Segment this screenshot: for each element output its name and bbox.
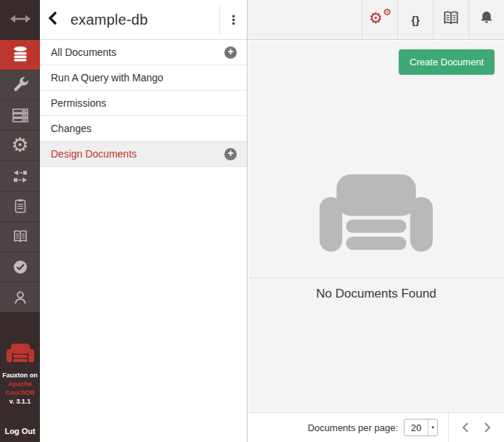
- sidebar-item-config[interactable]: [0, 101, 40, 131]
- add-design-document-button[interactable]: +: [224, 148, 237, 160]
- next-page-button[interactable]: [478, 418, 497, 437]
- sidebar-footer: Fauxton on Apache CouchDB v. 3.1.1 Log O…: [0, 313, 40, 442]
- dropdown-arrow-icon: ▾: [428, 420, 437, 435]
- nav-item-all-documents[interactable]: All Documents +: [40, 40, 247, 65]
- sidebar-item-verify[interactable]: [0, 253, 40, 283]
- nav-item-mango-query[interactable]: Run A Query with Mango: [40, 65, 247, 91]
- json-braces-icon: {}: [411, 14, 420, 26]
- database-header: example-db ⋮: [40, 0, 248, 40]
- header-icon-group: ⚙⚙ {}: [362, 0, 504, 39]
- fauxton-app: ⚙: [0, 0, 504, 442]
- content-divider: [248, 277, 504, 278]
- chevron-right-icon: [483, 422, 492, 433]
- page-title: example-db: [65, 12, 219, 28]
- gears-icon: ⚙⚙: [370, 10, 389, 29]
- database-nav-list: All Documents + Run A Query with Mango P…: [40, 40, 248, 442]
- clipboard-icon: [12, 197, 29, 215]
- nav-item-label: Permissions: [51, 97, 237, 109]
- sidebar-item-active-tasks[interactable]: [0, 192, 40, 222]
- add-document-button[interactable]: +: [224, 46, 237, 59]
- nav-item-design-documents[interactable]: Design Documents +: [40, 142, 247, 167]
- fauxton-label: Fauxton on: [2, 371, 38, 380]
- sidebar-item-settings[interactable]: ⚙: [0, 131, 40, 161]
- replication-icon: [12, 168, 29, 185]
- couchdb-logo-icon: [7, 343, 34, 366]
- nav-item-label: Run A Query with Mango: [51, 72, 237, 83]
- sidebar-item-documentation[interactable]: [0, 222, 40, 253]
- nav-item-label: All Documents: [51, 46, 224, 58]
- nav-item-label: Changes: [51, 123, 237, 134]
- sidebar-collapse-button[interactable]: [0, 0, 40, 40]
- back-button[interactable]: [40, 0, 65, 39]
- database-icon: [11, 45, 30, 64]
- notifications-button[interactable]: [468, 0, 504, 39]
- bell-icon: [478, 9, 495, 30]
- admin-party-button[interactable]: ⚙⚙: [362, 0, 397, 39]
- couchdb-label[interactable]: CouchDB: [5, 388, 35, 397]
- documentation-button[interactable]: [433, 0, 468, 39]
- sidebar-item-replication[interactable]: [0, 161, 40, 192]
- per-page-label: Documents per page:: [308, 422, 398, 433]
- database-options-menu-button[interactable]: ⋮: [220, 0, 247, 39]
- per-page-select[interactable]: 20 ▾: [404, 419, 438, 436]
- book-icon: [441, 9, 461, 30]
- nav-item-changes[interactable]: Changes: [40, 116, 247, 142]
- empty-couch-icon: [320, 174, 433, 255]
- previous-page-button[interactable]: [456, 418, 475, 437]
- footer-divider: [448, 413, 449, 442]
- documents-panel: Create Document No Documents Found Docum…: [248, 41, 504, 442]
- wrench-icon: [12, 76, 29, 94]
- pagination-footer: Documents per page: 20 ▾: [248, 412, 504, 442]
- config-sliders-icon: [11, 107, 30, 124]
- nav-item-permissions[interactable]: Permissions: [40, 91, 247, 116]
- primary-sidebar: ⚙: [0, 0, 40, 442]
- create-document-button[interactable]: Create Document: [399, 49, 495, 75]
- gear-icon: ⚙: [11, 136, 28, 155]
- sidebar-item-databases[interactable]: [0, 40, 40, 70]
- book-icon: [11, 228, 30, 245]
- top-header: ⚙⚙ {}: [248, 0, 504, 40]
- apache-label[interactable]: Apache: [8, 380, 32, 388]
- logout-link[interactable]: Log Out: [4, 427, 35, 435]
- back-chevron-icon: [47, 10, 58, 29]
- sidebar-item-setup[interactable]: [0, 70, 40, 101]
- api-url-button[interactable]: {}: [397, 0, 433, 39]
- per-page-value: 20: [405, 422, 428, 433]
- nav-item-label: Design Documents: [51, 148, 224, 160]
- expand-collapse-icon: [9, 13, 31, 28]
- sidebar-item-account[interactable]: [0, 282, 40, 313]
- user-icon: [12, 289, 29, 306]
- check-circle-icon: [12, 258, 29, 276]
- version-label: v. 3.1.1: [9, 398, 31, 405]
- chevron-left-icon: [461, 422, 470, 433]
- empty-state-message: No Documents Found: [248, 287, 504, 301]
